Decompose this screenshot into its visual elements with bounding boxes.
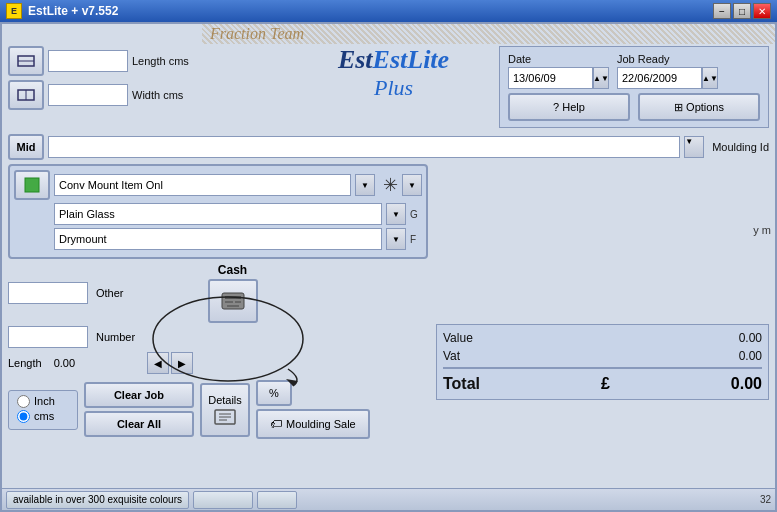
app-title: EstLite + v7.552 [28,4,118,18]
drymount-dropdown[interactable]: Drymount [54,228,382,250]
job-ready-input[interactable] [617,67,702,89]
conv-mount-dropdown[interactable]: Conv Mount Item Onl [54,174,351,196]
help-button[interactable]: ? Help [508,93,630,121]
cash-label: Cash [208,263,258,277]
ym-label: y m [753,224,771,236]
cms-label: cms [34,410,54,422]
other-row: Other Cash [8,263,428,323]
app-icon: E [6,3,22,19]
dropdown-row-3: Drymount ▼ F [14,228,422,250]
taskbar-item-1[interactable]: available in over 300 exquisite colours [6,491,189,509]
taskbar-item-3[interactable] [257,491,297,509]
length-nav-value: 0.00 [54,357,75,369]
page-banner: Fraction Team [202,24,775,44]
clear-job-button[interactable]: Clear Job [84,382,194,408]
inch-label: Inch [34,395,55,407]
close-button[interactable]: ✕ [753,3,771,19]
f-label: F [410,234,422,245]
number-row: Number [8,326,428,348]
total-row: Total £ 0.00 [443,367,762,393]
snowflake-icon: ✳ [383,174,398,196]
dropdown-section: Conv Mount Item Onl ▼ ✳ ▼ Plain Glass ▼ [8,164,428,259]
conv-mount-arrow[interactable]: ▼ [355,174,375,196]
details-label: Details [208,394,242,406]
plain-glass-arrow[interactable]: ▼ [386,203,406,225]
dropdown-row-2: Plain Glass ▼ G [14,203,422,225]
clear-buttons: Clear Job Clear All [84,382,194,437]
vat-amount: 0.00 [739,349,762,363]
row1-icon-btn[interactable] [14,170,50,200]
maximize-button[interactable]: □ [733,3,751,19]
vat-row: Vat 0.00 [443,349,762,363]
left-controls: Length cms Width cms [8,46,288,128]
lower-rows: Other Cash [8,263,428,348]
date-label: Date [508,53,609,65]
moulding-sale-button[interactable]: 🏷 Moulding Sale [256,409,370,439]
nav-left-button[interactable]: ◀ [147,352,169,374]
mid-button[interactable]: Mid [8,134,44,160]
app-name-estlite: EstEstLite [296,46,491,75]
unit-radio-group: Inch cms [8,390,78,430]
right-panel: Value 0.00 Vat 0.00 Total £ 0.00 [436,164,769,439]
title-bar: E EstLite + v7.552 − □ ✕ [0,0,777,22]
options-button[interactable]: ⊞ Options [638,93,760,121]
window-controls: − □ ✕ [713,3,771,19]
svg-rect-4 [25,178,39,192]
length-row: Length cms [8,46,288,76]
cash-button[interactable] [208,279,258,323]
cms-radio[interactable] [17,410,30,423]
moulding-id-input[interactable] [48,136,680,158]
conv-mount-arrow2[interactable]: ▼ [402,174,422,196]
number-label: Number [96,331,135,343]
app-name-plus: Plus [296,75,491,101]
total-label: Total [443,375,480,393]
inch-radio-row: Inch [17,395,69,408]
drymount-arrow[interactable]: ▼ [386,228,406,250]
date-job-area: Date ▲▼ Job Ready ▲▼ ? Help ⊞ Options [499,46,769,128]
top-area: Length cms Width cms EstEstLite Plus Dat… [8,46,769,128]
svg-rect-9 [225,301,233,303]
total-symbol: £ [601,375,610,393]
width-input[interactable] [48,84,128,106]
date-input[interactable] [508,67,593,89]
svg-rect-8 [225,296,241,299]
total-amount: 0.00 [731,375,762,393]
app-logo: EstEstLite Plus [296,46,491,128]
left-panel: Conv Mount Item Onl ▼ ✳ ▼ Plain Glass ▼ [8,164,428,439]
inch-radio[interactable] [17,395,30,408]
cash-area: Cash [208,263,258,323]
details-button[interactable]: Details [200,383,250,437]
job-ready-spin[interactable]: ▲▼ [702,67,718,89]
nav-right-button[interactable]: ▶ [171,352,193,374]
plain-glass-dropdown[interactable]: Plain Glass [54,203,382,225]
taskbar: available in over 300 exquisite colours … [2,488,775,510]
length-nav-label: Length [8,357,42,369]
svg-rect-10 [235,301,241,303]
length-label: Length cms [132,55,202,67]
date-spin[interactable]: ▲▼ [593,67,609,89]
dropdown-area: Conv Mount Item Onl ▼ ✳ ▼ Plain Glass ▼ [8,164,428,259]
taskbar-item-2[interactable] [193,491,253,509]
vat-label: Vat [443,349,460,363]
width-label: Width cms [132,89,202,101]
minimize-button[interactable]: − [713,3,731,19]
number-input[interactable] [8,326,88,348]
moulding-id-label: Moulding Id [712,141,769,153]
moulding-id-dropdown[interactable]: ▼ [684,136,704,158]
value-label: Value [443,331,473,345]
length-input[interactable] [48,50,128,72]
clear-details-area: Clear Job Clear All Details [84,382,250,437]
clear-all-button[interactable]: Clear All [84,411,194,437]
other-input[interactable] [8,282,88,304]
value-amount: 0.00 [739,331,762,345]
percent-button[interactable]: % [256,380,292,406]
value-rows: Value 0.00 Vat 0.00 Total £ 0.00 [436,324,769,400]
value-row: Value 0.00 [443,331,762,345]
other-label: Other [96,287,124,299]
length-icon-btn[interactable] [8,46,44,76]
width-icon-btn[interactable] [8,80,44,110]
g-label: G [410,209,422,220]
cms-radio-row: cms [17,410,69,423]
moulding-sale-label: Moulding Sale [286,418,356,430]
nav-row: Length 0.00 ◀ ▶ [8,352,428,374]
